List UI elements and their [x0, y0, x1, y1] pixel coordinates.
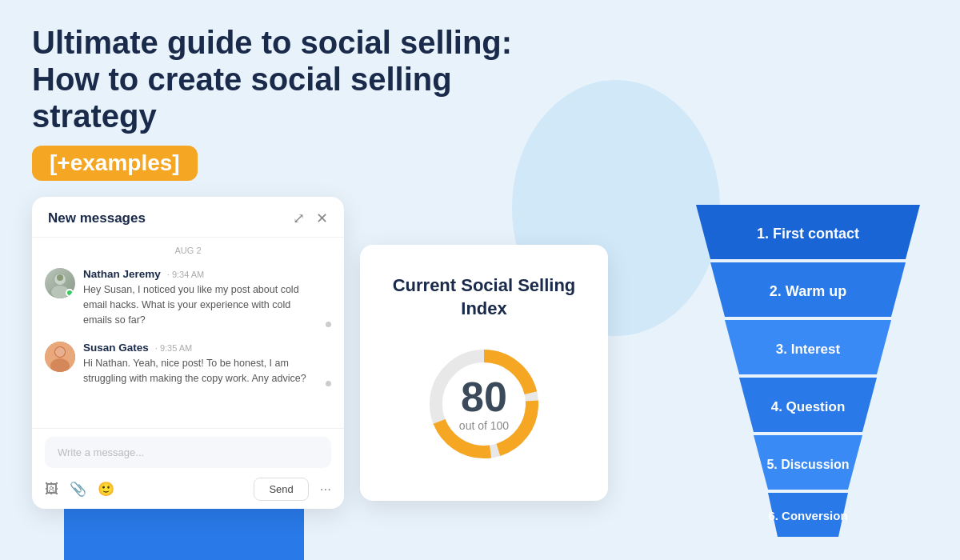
- message-dot-1: [326, 322, 331, 327]
- expand-icon[interactable]: ⤢: [293, 210, 305, 227]
- svg-point-3: [57, 274, 63, 281]
- donut-score: 80 out of 100: [459, 376, 509, 432]
- ssi-card: Current Social Selling Index 80 out of 1…: [360, 245, 608, 501]
- emoji-icon[interactable]: 🙂: [98, 481, 114, 498]
- donut-chart: 80 out of 100: [420, 340, 548, 468]
- image-icon[interactable]: 🖼: [45, 482, 58, 498]
- message-text-1: Hey Susan, I noticed you like my post ab…: [83, 282, 318, 327]
- chat-header-icons: ⤢ ✕: [293, 210, 328, 227]
- message-text-2: Hi Nathan. Yeah, nice post! To be honest…: [83, 356, 318, 386]
- chat-header: New messages ⤢ ✕: [32, 197, 344, 238]
- ssi-title: Current Social Selling Index: [379, 274, 589, 320]
- message-row: Nathan Jeremy · 9:34 AM Hey Susan, I not…: [45, 268, 331, 327]
- chat-title: New messages: [48, 210, 146, 226]
- message-name-2: Susan Gates: [83, 342, 149, 354]
- svg-text:3. Interest: 3. Interest: [776, 342, 841, 357]
- send-button[interactable]: Send: [254, 478, 308, 501]
- svg-text:2. Warm up: 2. Warm up: [770, 283, 846, 299]
- funnel-panel: 1. First contact 2. Warm up 3. Interest …: [688, 205, 928, 541]
- chat-messages: Nathan Jeremy · 9:34 AM Hey Susan, I not…: [32, 260, 344, 428]
- content-row: New messages ⤢ ✕ AUG 2: [32, 197, 928, 541]
- main-container: Ultimate guide to social selling: How to…: [0, 0, 960, 560]
- message-time-1: · 9:34 AM: [167, 270, 204, 279]
- header: Ultimate guide to social selling: How to…: [32, 24, 576, 181]
- examples-badge: [+examples]: [32, 146, 198, 181]
- score-subtitle: out of 100: [459, 419, 509, 432]
- message-content-2: Susan Gates · 9:35 AM Hi Nathan. Yeah, n…: [83, 342, 318, 386]
- chat-input-box[interactable]: Write a message...: [45, 437, 331, 468]
- message-name-1: Nathan Jeremy: [83, 268, 161, 280]
- chat-toolbar: 🖼 📎 🙂 Send ···: [45, 478, 331, 501]
- more-icon[interactable]: ···: [320, 482, 331, 498]
- svg-point-8: [55, 347, 65, 357]
- message-content-1: Nathan Jeremy · 9:34 AM Hey Susan, I not…: [83, 268, 318, 327]
- avatar-nathan: [45, 268, 75, 298]
- avatar-susan: [45, 342, 75, 372]
- close-icon[interactable]: ✕: [316, 210, 328, 227]
- message-row-2: Susan Gates · 9:35 AM Hi Nathan. Yeah, n…: [45, 342, 331, 386]
- score-number: 80: [459, 376, 509, 418]
- svg-text:5. Discussion: 5. Discussion: [766, 458, 849, 471]
- paperclip-icon[interactable]: 📎: [70, 481, 86, 498]
- svg-text:1. First contact: 1. First contact: [757, 226, 859, 242]
- page-title: Ultimate guide to social selling: How to…: [32, 24, 576, 134]
- message-time-2: · 9:35 AM: [155, 343, 192, 353]
- message-dot-2: [326, 381, 331, 386]
- svg-text:6. Conversion: 6. Conversion: [768, 509, 847, 522]
- svg-text:4. Question: 4. Question: [771, 399, 846, 414]
- chat-date: AUG 2: [32, 238, 344, 260]
- chat-card: New messages ⤢ ✕ AUG 2: [32, 197, 344, 509]
- chat-input-area: Write a message... 🖼 📎 🙂 Send ···: [32, 428, 344, 509]
- online-indicator: [66, 289, 74, 297]
